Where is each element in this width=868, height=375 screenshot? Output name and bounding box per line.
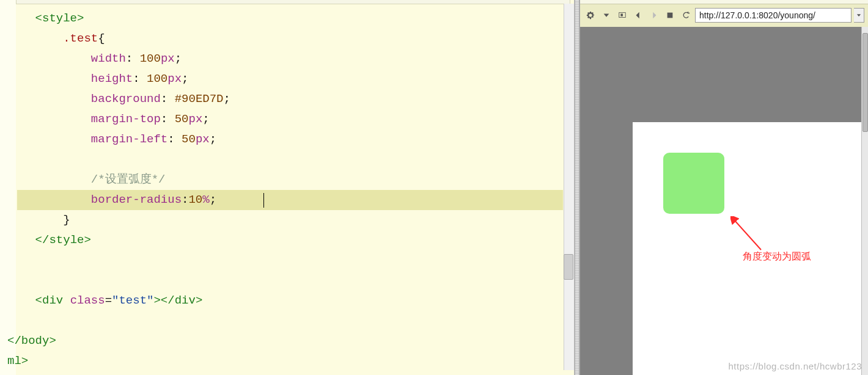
svg-line-3 [734, 220, 761, 250]
app-root: <style> .test{ width: 100px; height: 100… [0, 0, 868, 375]
text-caret [263, 193, 264, 208]
browser-pane: http://127.0.0.1:8020/younong/ 角度变动为圆弧 [579, 0, 868, 375]
back-icon[interactable] [631, 9, 645, 22]
editor-scrollbar[interactable] [564, 4, 574, 370]
annotation-arrow-icon [730, 216, 767, 253]
editor-ruler [16, 0, 570, 4]
device-icon[interactable] [616, 9, 629, 22]
test-div-box [663, 153, 724, 214]
preview-viewport-background: 角度变动为圆弧 [580, 27, 862, 375]
stop-icon[interactable] [663, 9, 677, 22]
browser-toolbar: http://127.0.0.1:8020/younong/ [584, 6, 864, 24]
chevron-down-icon[interactable] [600, 9, 613, 22]
svg-rect-2 [668, 13, 673, 18]
forward-icon[interactable] [647, 9, 661, 22]
code-area[interactable]: <style> .test{ width: 100px; height: 100… [7, 9, 230, 371]
address-bar[interactable]: http://127.0.0.1:8020/younong/ [695, 8, 851, 23]
code-editor-pane: <style> .test{ width: 100px; height: 100… [0, 0, 575, 375]
browser-tabstrip [580, 0, 868, 4]
pane-splitter[interactable] [575, 0, 579, 375]
svg-rect-1 [620, 13, 623, 16]
watermark-text: https://blog.csdn.net/hcwbr123 [729, 361, 862, 371]
rendered-page: 角度变动为圆弧 [633, 122, 862, 375]
annotation-text: 角度变动为圆弧 [743, 250, 811, 263]
reload-icon[interactable] [679, 9, 693, 22]
gear-icon[interactable] [584, 9, 597, 22]
preview-scrollbar-thumb[interactable] [862, 33, 868, 132]
editor-scrollbar-thumb[interactable] [564, 254, 573, 280]
preview-scrollbar[interactable] [861, 27, 868, 375]
address-bar-text: http://127.0.0.1:8020/younong/ [699, 10, 815, 20]
address-dropdown-icon[interactable] [854, 8, 864, 23]
